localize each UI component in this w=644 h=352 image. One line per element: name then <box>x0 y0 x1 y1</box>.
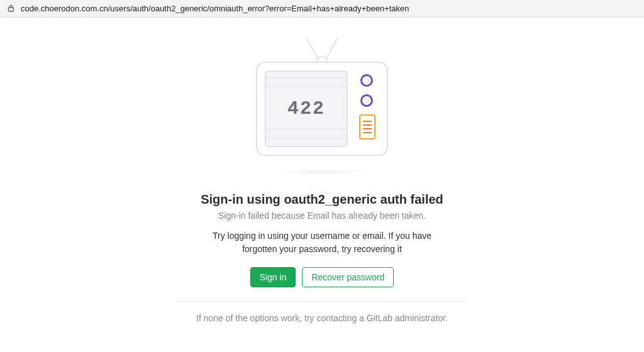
url-text: code.choerodon.com.cn/users/auth/oauth2_… <box>21 4 409 13</box>
tv-speaker-icon <box>359 114 375 140</box>
help-text: Try logging in using your username or em… <box>203 229 441 256</box>
error-page-content: 422 Sign-in using oauth2_generic auth fa… <box>0 18 644 323</box>
tv-antenna-icon <box>294 36 350 63</box>
error-code: 422 <box>287 98 325 119</box>
footer-section: If none of the options work, try contact… <box>177 301 467 323</box>
button-row: Sign in Recover password <box>250 267 394 287</box>
tv-body-icon: 422 <box>256 62 388 156</box>
tv-screen: 422 <box>265 70 348 147</box>
footer-text: If none of the options work, try contact… <box>177 313 467 323</box>
address-bar[interactable]: code.choerodon.com.cn/users/auth/oauth2_… <box>0 0 644 18</box>
tv-knob-icon <box>360 74 373 87</box>
tv-shadow <box>272 168 372 175</box>
tv-knob-icon <box>360 94 373 107</box>
page-title: Sign-in using oauth2_generic auth failed <box>201 192 443 207</box>
svg-rect-0 <box>9 8 14 11</box>
lock-icon <box>8 4 14 13</box>
sign-in-button[interactable]: Sign in <box>250 267 296 287</box>
error-subtitle: Sign-in failed because Email has already… <box>218 211 426 221</box>
tv-illustration: 422 <box>250 36 394 175</box>
recover-password-button[interactable]: Recover password <box>302 267 394 287</box>
